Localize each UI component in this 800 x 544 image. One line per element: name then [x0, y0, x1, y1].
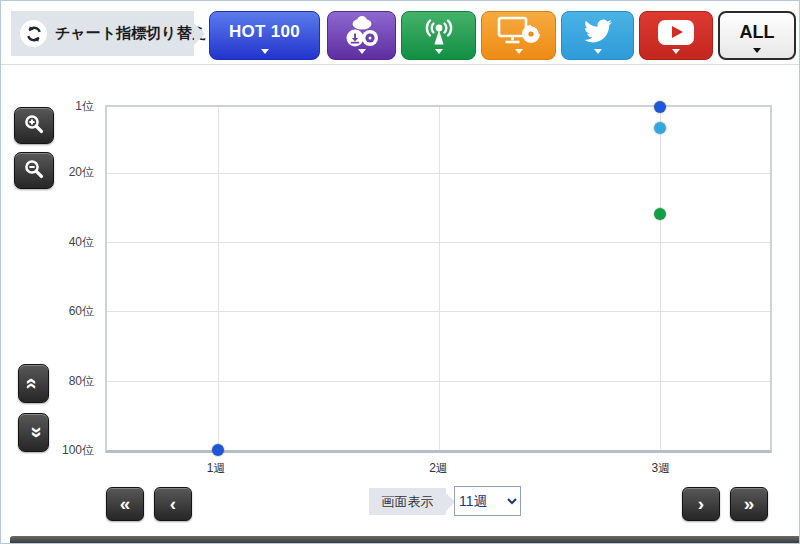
dropdown-arrow-icon [435, 49, 443, 54]
y-tick-label: 60位 [69, 303, 94, 320]
all-label: ALL [740, 22, 775, 43]
v-gridline [218, 107, 219, 450]
dropdown-arrow-icon [358, 49, 366, 54]
metric-button-youtube[interactable] [639, 11, 713, 60]
metric-button-radio[interactable] [401, 11, 476, 60]
y-tick-label: 40位 [69, 234, 94, 251]
display-range-label: 画面表示 [369, 488, 446, 515]
y-axis: 1位20位40位60位80位100位 [1, 106, 98, 450]
chart-page: チャート指標切り替え HOT 100 [0, 0, 800, 544]
metric-button-sales[interactable] [327, 11, 396, 60]
cloud-download-disc-icon [341, 14, 383, 52]
v-gridline [439, 107, 440, 450]
page-last-button[interactable]: » [730, 487, 768, 521]
metric-button-twitter[interactable] [561, 11, 634, 60]
page-first-button[interactable]: « [106, 487, 144, 521]
double-chevron-left-icon: « [120, 494, 131, 515]
x-tick-label: 3週 [651, 460, 670, 477]
data-point-hot-100 [654, 101, 666, 113]
dropdown-arrow-icon [594, 49, 602, 54]
page-next-button[interactable]: › [682, 487, 720, 521]
data-point-hot-100 [212, 444, 224, 456]
x-axis: 1週2週3週 [105, 458, 772, 474]
page-prev-button[interactable]: ‹ [154, 487, 192, 521]
double-chevron-right-icon: » [744, 494, 755, 515]
metric-button-all[interactable]: ALL [718, 11, 796, 60]
y-tick-label: 1位 [75, 98, 94, 115]
x-tick-label: 1週 [207, 460, 226, 477]
data-point-twitter [654, 122, 666, 134]
y-tick-label: 100位 [62, 442, 94, 459]
chevron-right-icon: › [698, 494, 704, 515]
metric-button-video[interactable] [481, 11, 556, 60]
data-point-radio [654, 208, 666, 220]
footer-section-bar [10, 536, 799, 543]
radio-airplay-icon [421, 15, 457, 51]
plot-area[interactable] [105, 105, 772, 453]
metric-button-hot100[interactable]: HOT 100 [209, 11, 320, 60]
weeks-select[interactable]: 11週 [454, 486, 521, 516]
twitter-bird-icon [582, 17, 614, 49]
y-tick-label: 80位 [69, 373, 94, 390]
y-tick-label: 20位 [69, 164, 94, 181]
chevron-left-icon: ‹ [170, 494, 176, 515]
chart-metric-switch-text: チャート指標切り替え [55, 24, 207, 43]
v-gridline [660, 107, 661, 450]
refresh-switch-icon [20, 20, 47, 47]
chart-metric-switch-label: チャート指標切り替え [11, 11, 194, 56]
dropdown-arrow-icon [515, 49, 523, 54]
dropdown-arrow-icon [672, 49, 680, 54]
dropdown-arrow-icon [753, 48, 761, 53]
monitor-disc-icon [496, 14, 542, 51]
youtube-play-icon [658, 20, 694, 45]
hot100-label: HOT 100 [229, 22, 300, 42]
header-divider [1, 64, 799, 65]
x-tick-label: 2週 [429, 460, 448, 477]
dropdown-arrow-icon [261, 49, 269, 54]
